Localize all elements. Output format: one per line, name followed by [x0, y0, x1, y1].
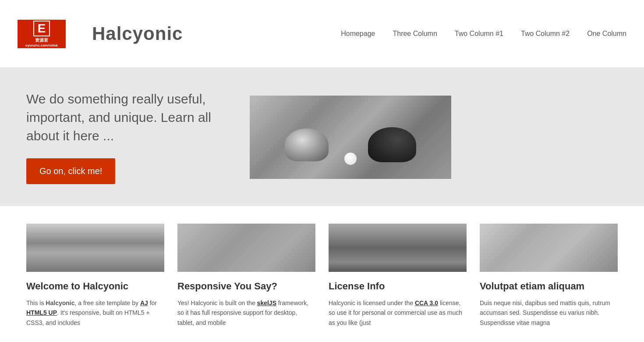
- helmet-left: [285, 128, 329, 161]
- col-4-title: Volutpat etiam aliquam: [480, 281, 618, 292]
- hero-image: [250, 96, 451, 179]
- col-1-image: [26, 224, 164, 272]
- col-3: License Info Halcyonic is licensed under…: [329, 224, 467, 328]
- col-4-text: Duis neque nisi, dapibus sed mattis quis…: [480, 298, 618, 328]
- nav-homepage[interactable]: Homepage: [341, 30, 375, 38]
- nav-two-column-1[interactable]: Two Column #1: [455, 30, 503, 38]
- halcyonic-strong: Halcyonic: [46, 299, 74, 306]
- site-title: Halcyonic: [92, 23, 183, 44]
- col-3-text: Halcyonic is licensed under the CCA 3.0 …: [329, 298, 467, 328]
- baseball: [344, 153, 357, 165]
- aj-link[interactable]: AJ: [140, 299, 148, 306]
- col-3-title: License Info: [329, 281, 467, 292]
- header: E 资源君 eyunzhu.com/vdisk Halcyonic Homepa…: [0, 0, 644, 68]
- nav-three-column[interactable]: Three Column: [393, 30, 437, 38]
- logo-area: E 资源君 eyunzhu.com/vdisk: [18, 20, 66, 48]
- col-1-text: This is Halcyonic, a free site template …: [26, 298, 164, 328]
- col-4: Volutpat etiam aliquam Duis neque nisi, …: [480, 224, 618, 328]
- skeljs-link[interactable]: skelJS: [257, 299, 276, 306]
- hero-text-block: We do something really useful, important…: [26, 90, 223, 184]
- col-1: Welcome to Halcyonic This is Halcyonic, …: [26, 224, 164, 328]
- logo-image: E 资源君 eyunzhu.com/vdisk: [18, 20, 66, 48]
- col-2: Responsive You Say? Yes! Halcyonic is bu…: [177, 224, 315, 328]
- col-4-image: [480, 224, 618, 272]
- col-3-image: [329, 224, 467, 272]
- logo-subtitle: 资源君: [35, 37, 48, 43]
- nav-two-column-2[interactable]: Two Column #2: [521, 30, 570, 38]
- col-2-image: [177, 224, 315, 272]
- hero-cta-button[interactable]: Go on, click me!: [26, 158, 115, 184]
- col-2-text: Yes! Halcyonic is built on the skelJS fr…: [177, 298, 315, 328]
- hero-section: We do something really useful, important…: [0, 68, 644, 206]
- logo-e-letter: E: [33, 21, 50, 36]
- logo-url: eyunzhu.com/vdisk: [25, 43, 58, 47]
- cca-link[interactable]: CCA 3.0: [415, 299, 438, 306]
- hero-image-inner: [250, 96, 451, 179]
- nav-one-column[interactable]: One Column: [587, 30, 626, 38]
- html5up-link[interactable]: HTML5 UP: [26, 309, 57, 316]
- col-1-title: Welcome to Halcyonic: [26, 281, 164, 292]
- content-section: Welcome to Halcyonic This is Halcyonic, …: [0, 206, 644, 342]
- main-nav: Homepage Three Column Two Column #1 Two …: [341, 30, 626, 38]
- col-2-title: Responsive You Say?: [177, 281, 315, 292]
- hero-paragraph: We do something really useful, important…: [26, 90, 223, 145]
- helmet-right: [368, 127, 416, 162]
